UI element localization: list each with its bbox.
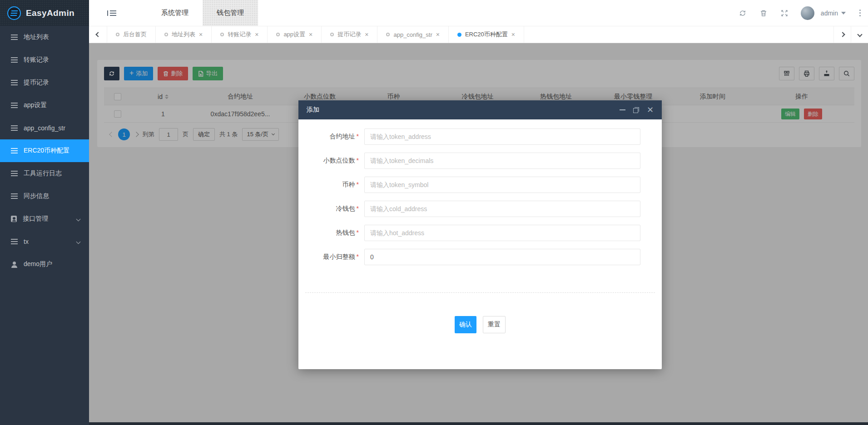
tab-dot-icon [276, 33, 280, 36]
sidebar-item-app-config-str[interactable]: app_config_str [0, 117, 89, 139]
required-asterisk: * [357, 133, 359, 140]
tab-transfer-records[interactable]: 转账记录 × [212, 26, 268, 43]
list-icon [11, 57, 18, 63]
tab-bar: 后台首页 地址列表 × 转账记录 × app设置 × 提币记录 × app_co… [89, 26, 868, 43]
tab-app-config-str[interactable]: app_config_str × [377, 26, 448, 43]
tabs-scroll-left-button[interactable] [89, 26, 107, 43]
tab-address-list[interactable]: 地址列表 × [156, 26, 212, 43]
close-icon[interactable]: ✕ [647, 106, 654, 114]
tab-dot-icon [220, 33, 224, 36]
form-field-row: 最小归整额* [298, 249, 662, 265]
topnav-item-wallet[interactable]: 钱包管理 [203, 0, 258, 26]
cold-address-input[interactable] [364, 201, 640, 217]
user-icon [11, 262, 18, 267]
close-icon[interactable]: × [199, 31, 203, 38]
sidebar-item-tool-run-logs[interactable]: 工具运行日志 [0, 162, 89, 185]
reset-button[interactable]: 重置 [483, 316, 506, 333]
tab-dot-icon [164, 33, 168, 36]
logo: EasyAdmin [0, 0, 89, 26]
topnav-item-system[interactable]: 系统管理 [147, 0, 203, 26]
add-dialog: 添加 ✕ 合约地址* 小数点位数* 币种* 冷钱包* 热钱包* [298, 100, 662, 369]
refresh-icon[interactable] [738, 9, 747, 18]
close-icon[interactable]: × [309, 31, 312, 38]
user-menu[interactable]: admin [821, 10, 846, 17]
close-icon[interactable]: × [436, 31, 440, 38]
top-nav: 系统管理 钱包管理 [147, 0, 258, 26]
form-field-row: 小数点位数* [298, 153, 662, 169]
token-symbol-input[interactable] [364, 177, 640, 193]
required-asterisk: * [357, 181, 359, 188]
caret-down-icon [841, 12, 846, 15]
sidebar-menu: 地址列表 转账记录 提币记录 app设置 app_config_str ERC2… [0, 26, 89, 276]
sidebar-item-address-list[interactable]: 地址列表 [0, 26, 89, 49]
sidebar-item-transfer-records[interactable]: 转账记录 [0, 49, 89, 71]
token-decimals-input[interactable] [364, 153, 640, 169]
tab-bar-controls [833, 26, 868, 43]
required-asterisk: * [357, 253, 359, 260]
required-asterisk: * [357, 157, 359, 164]
card-icon [11, 216, 17, 222]
trash-icon[interactable] [759, 9, 768, 18]
tabs: 后台首页 地址列表 × 转账记录 × app设置 × 提币记录 × app_co… [107, 26, 524, 43]
header-actions: admin [738, 6, 868, 20]
list-icon [11, 193, 18, 199]
form-field-row: 冷钱包* [298, 201, 662, 217]
chevron-down-icon [76, 239, 81, 244]
maximize-icon[interactable] [633, 107, 639, 113]
app-logo-icon [7, 6, 21, 20]
tab-dot-icon [457, 33, 461, 37]
fullscreen-icon[interactable] [780, 9, 789, 18]
close-icon[interactable]: × [255, 31, 258, 38]
list-icon [11, 239, 18, 244]
form-field-row: 热钱包* [298, 225, 662, 241]
tab-app-settings[interactable]: app设置 × [268, 26, 322, 43]
chevron-down-icon [76, 217, 81, 221]
min-round-amount-input[interactable] [364, 249, 640, 265]
sidebar-item-api-management[interactable]: 接口管理 [0, 208, 89, 230]
app-title: EasyAdmin [26, 8, 74, 18]
hot-address-input[interactable] [364, 225, 640, 241]
collapse-menu-icon[interactable] [107, 10, 116, 17]
sidebar-item-sync-info[interactable]: 同步信息 [0, 185, 89, 208]
dialog-titlebar[interactable]: 添加 ✕ [298, 100, 662, 119]
tab-dot-icon [116, 33, 119, 36]
required-asterisk: * [357, 205, 359, 212]
more-vertical-icon[interactable] [858, 10, 863, 16]
tab-home[interactable]: 后台首页 [107, 26, 156, 43]
sidebar-item-demo-user[interactable]: demo用户 [0, 253, 89, 276]
tabs-scroll-right-button[interactable] [833, 26, 851, 43]
header: 系统管理 钱包管理 admin [89, 0, 868, 26]
sidebar-item-withdraw-records[interactable]: 提币记录 [0, 71, 89, 94]
dialog-buttons: 确认 重置 [298, 316, 662, 333]
list-icon [11, 171, 18, 176]
sidebar-item-app-settings[interactable]: app设置 [0, 94, 89, 117]
sidebar-item-erc20-token-config[interactable]: ERC20币种配置 [0, 139, 89, 162]
sidebar: EasyAdmin 地址列表 转账记录 提币记录 app设置 app_confi… [0, 0, 89, 425]
tabs-menu-button[interactable] [851, 26, 868, 43]
sidebar-item-tx[interactable]: tx [0, 230, 89, 253]
dialog-title: 添加 [307, 106, 319, 114]
list-icon [11, 80, 18, 85]
token-address-input[interactable] [364, 128, 640, 145]
close-icon[interactable]: × [511, 31, 515, 38]
list-icon [11, 103, 18, 108]
tab-dot-icon [330, 33, 334, 36]
list-icon [11, 125, 18, 131]
required-asterisk: * [357, 229, 359, 236]
tab-dot-icon [386, 33, 390, 36]
form-field-row: 币种* [298, 177, 662, 193]
list-icon [11, 148, 18, 153]
add-form: 合约地址* 小数点位数* 币种* 冷钱包* 热钱包* 最小归整额* [298, 128, 662, 265]
confirm-button[interactable]: 确认 [455, 316, 476, 333]
tab-erc20-token-config[interactable]: ERC20币种配置 × [449, 26, 524, 43]
form-field-row: 合约地址* [298, 128, 662, 145]
minimize-icon[interactable] [620, 109, 625, 110]
form-divider [305, 292, 655, 293]
tab-withdraw-records[interactable]: 提币记录 × [322, 26, 377, 43]
close-icon[interactable]: × [365, 31, 368, 38]
username: admin [821, 10, 838, 17]
dialog-controls: ✕ [620, 106, 654, 114]
avatar[interactable] [801, 6, 814, 20]
list-icon [11, 35, 18, 40]
dialog-body: 合约地址* 小数点位数* 币种* 冷钱包* 热钱包* 最小归整额* 确认 [298, 119, 662, 333]
